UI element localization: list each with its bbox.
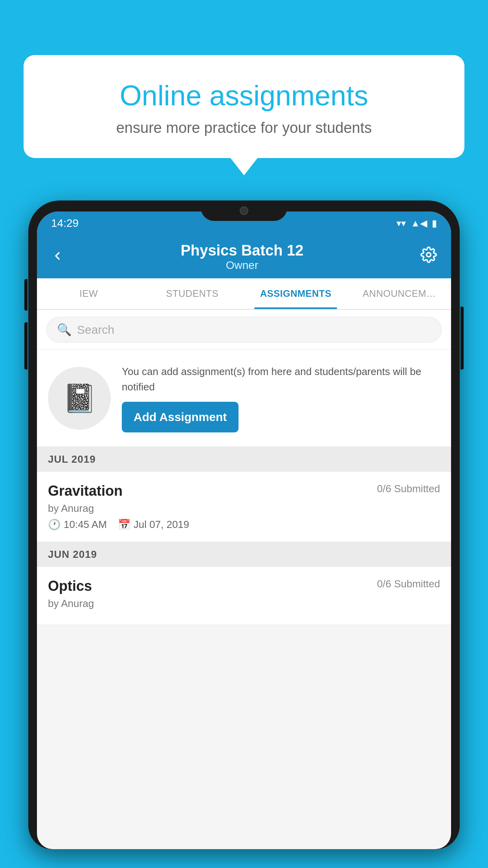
- assignment-by-gravitation: by Anurag: [48, 502, 440, 515]
- calendar-icon: 📅: [118, 519, 130, 531]
- signal-icon: ▲◀: [411, 218, 427, 229]
- speech-bubble-title: Online assignments: [51, 79, 437, 112]
- assignment-meta-gravitation: 🕐 10:45 AM 📅 Jul 07, 2019: [48, 519, 440, 531]
- section-header-jul: JUL 2019: [37, 447, 451, 472]
- status-icons: ▾▾ ▲◀ ▮: [396, 218, 437, 229]
- phone-container: 14:29 ▾▾ ▲◀ ▮ Physics Batch 12 Owner: [28, 200, 460, 868]
- search-input-wrapper[interactable]: 🔍 Search: [46, 317, 442, 342]
- search-container: 🔍 Search: [37, 310, 451, 350]
- top-bar-center: Physics Batch 12 Owner: [72, 242, 413, 272]
- phone-outer: 14:29 ▾▾ ▲◀ ▮ Physics Batch 12 Owner: [28, 200, 460, 849]
- assignment-name-gravitation: Gravitation: [48, 483, 123, 499]
- assignment-status-optics: 0/6 Submitted: [377, 578, 440, 590]
- speech-bubble-subtitle: ensure more practice for your students: [51, 120, 437, 136]
- back-button[interactable]: [51, 247, 64, 266]
- power-button[interactable]: [460, 307, 464, 370]
- notebook-icon: 📓: [62, 382, 97, 414]
- tab-announcements[interactable]: ANNOUNCEM…: [348, 278, 451, 309]
- battery-icon: ▮: [432, 218, 437, 229]
- clock-icon: 🕐: [48, 519, 61, 531]
- search-placeholder: Search: [77, 323, 114, 337]
- status-time: 14:29: [51, 217, 79, 230]
- promo-content: You can add assignment(s) from here and …: [122, 364, 440, 432]
- volume-down-button[interactable]: [24, 322, 28, 370]
- assignment-by-optics: by Anurag: [48, 598, 440, 610]
- settings-icon[interactable]: [420, 246, 437, 267]
- speech-bubble-container: Online assignments ensure more practice …: [24, 55, 464, 158]
- tabs-bar: IEW STUDENTS ASSIGNMENTS ANNOUNCEM…: [37, 278, 451, 310]
- top-bar: Physics Batch 12 Owner: [37, 235, 451, 278]
- section-header-jun: JUN 2019: [37, 542, 451, 567]
- camera-dot: [240, 206, 248, 215]
- svg-point-0: [427, 253, 431, 257]
- assignment-item-gravitation[interactable]: Gravitation 0/6 Submitted by Anurag 🕐 10…: [37, 472, 451, 542]
- add-assignment-button[interactable]: Add Assignment: [122, 402, 238, 432]
- phone-notch: [201, 200, 287, 221]
- assignment-time-gravitation: 10:45 AM: [64, 519, 107, 531]
- assignment-status-gravitation: 0/6 Submitted: [377, 483, 440, 495]
- tab-iew[interactable]: IEW: [37, 278, 141, 309]
- meta-date-gravitation: 📅 Jul 07, 2019: [118, 519, 189, 531]
- promo-text: You can add assignment(s) from here and …: [122, 364, 440, 395]
- top-bar-subtitle: Owner: [72, 259, 413, 272]
- assignment-date-gravitation: Jul 07, 2019: [134, 519, 189, 531]
- meta-time-gravitation: 🕐 10:45 AM: [48, 519, 107, 531]
- assignment-name-optics: Optics: [48, 578, 92, 594]
- wifi-icon: ▾▾: [396, 218, 406, 229]
- phone-screen: 14:29 ▾▾ ▲◀ ▮ Physics Batch 12 Owner: [37, 211, 451, 849]
- assignment-item-optics[interactable]: Optics 0/6 Submitted by Anurag: [37, 567, 451, 625]
- top-bar-title: Physics Batch 12: [72, 242, 413, 259]
- promo-section: 📓 You can add assignment(s) from here an…: [37, 350, 451, 447]
- assignment-row1: Gravitation 0/6 Submitted: [48, 483, 440, 499]
- promo-icon-circle: 📓: [48, 367, 111, 430]
- volume-up-button[interactable]: [24, 279, 28, 311]
- tab-assignments[interactable]: ASSIGNMENTS: [244, 278, 348, 309]
- tab-students[interactable]: STUDENTS: [141, 278, 244, 309]
- search-icon: 🔍: [57, 323, 72, 337]
- speech-bubble: Online assignments ensure more practice …: [24, 55, 464, 158]
- assignment-row1-optics: Optics 0/6 Submitted: [48, 578, 440, 594]
